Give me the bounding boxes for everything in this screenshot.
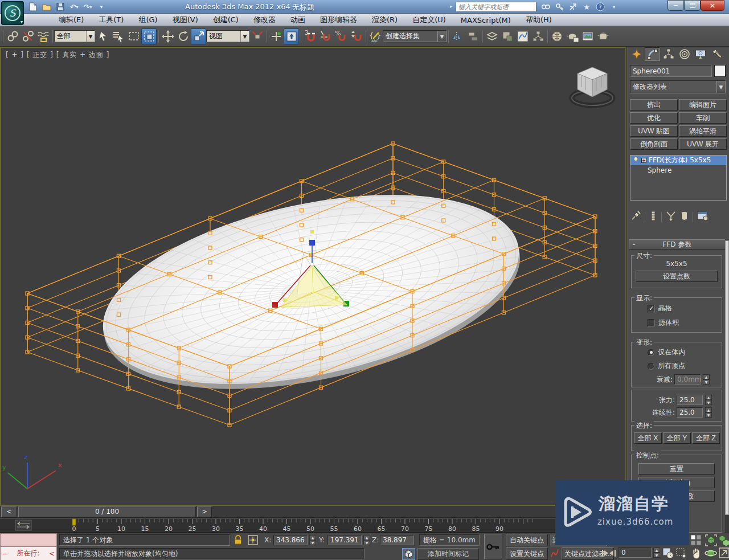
y-spinner[interactable]: ▲▼ xyxy=(363,535,370,545)
remove-modifier-icon[interactable] xyxy=(680,211,689,223)
chevron-down-icon[interactable]: ▼ xyxy=(437,31,446,42)
help-dropdown-icon[interactable]: ▾ xyxy=(607,2,621,12)
communication-center-icon[interactable] xyxy=(566,2,580,12)
view-cube[interactable] xyxy=(564,58,621,112)
snap-toggle-3d-icon[interactable]: 3 xyxy=(302,28,318,44)
modifier-list-combo[interactable]: 修改器列表▼ xyxy=(630,80,726,93)
tension-spinner[interactable]: ▲▼ xyxy=(705,395,712,405)
menu-rendering[interactable]: 渲染(R) xyxy=(364,14,405,26)
stack-item-ffd[interactable]: + FFD(长方体) 5x5x5 xyxy=(630,156,726,165)
scrollbar-thumb[interactable] xyxy=(725,240,729,515)
tab-modify[interactable] xyxy=(645,47,660,61)
angle-snap-icon[interactable] xyxy=(318,28,333,44)
percent-snap-icon[interactable]: % xyxy=(333,28,349,44)
tab-display[interactable] xyxy=(693,47,708,61)
menu-group[interactable]: 组(G) xyxy=(131,14,165,26)
visibility-bulb-icon[interactable] xyxy=(633,156,639,165)
expand-plus-icon[interactable]: + xyxy=(641,158,646,163)
menu-tools[interactable]: 工具(T) xyxy=(91,14,131,26)
new-file-icon[interactable] xyxy=(27,2,39,12)
mini-curve-editor-icon[interactable] xyxy=(15,520,32,533)
tab-motion[interactable] xyxy=(677,47,692,61)
render-setup-icon[interactable] xyxy=(564,28,580,44)
select-and-scale-icon[interactable] xyxy=(191,28,206,44)
menu-maxscript[interactable]: MAXScript(M) xyxy=(453,14,518,26)
tension-field[interactable]: 25.0 xyxy=(677,395,703,405)
current-frame-field[interactable]: 0 xyxy=(619,547,652,558)
isolate-cube-icon[interactable] xyxy=(402,548,415,560)
close-button[interactable]: × xyxy=(701,0,724,11)
object-name-field[interactable]: Sphere001 xyxy=(630,65,712,77)
show-end-result-icon[interactable] xyxy=(649,211,657,223)
layer-manager-icon[interactable] xyxy=(484,28,499,44)
set-key-button[interactable]: 设置关键点 xyxy=(506,547,548,560)
lattice-checkbox[interactable]: ✓ xyxy=(648,305,655,312)
maxscript-listener-top[interactable] xyxy=(0,533,57,547)
continuity-field[interactable]: 25.0 xyxy=(677,407,703,418)
time-slider-thumb[interactable]: 0 / 100 xyxy=(18,506,196,517)
use-pivot-point-center-icon[interactable] xyxy=(249,28,265,44)
bind-to-space-warp-icon[interactable] xyxy=(35,28,51,44)
add-time-tag[interactable]: 添加时间标记 xyxy=(417,548,479,560)
modifier-button-extrude[interactable]: 挤出 xyxy=(630,99,678,111)
menu-animation[interactable]: 动画 xyxy=(283,14,313,26)
x-spinner[interactable]: ▲▼ xyxy=(309,535,316,545)
reference-coordinate-combo[interactable]: 视图▼ xyxy=(206,30,249,42)
z-coordinate-field[interactable]: 38.897 xyxy=(380,535,414,545)
chevron-down-icon[interactable]: ▼ xyxy=(86,31,95,42)
favorites-star-icon[interactable]: ★ xyxy=(580,2,593,12)
modifier-button-lathe[interactable]: 车削 xyxy=(679,112,727,124)
graphite-ribbon-icon[interactable] xyxy=(499,28,515,44)
panel-scrollbar[interactable] xyxy=(725,239,729,533)
continuity-spinner[interactable]: ▲▼ xyxy=(705,407,712,418)
named-selection-sets-combo[interactable]: 创建选择集▼ xyxy=(383,30,447,42)
rendered-frame-window-icon[interactable] xyxy=(580,28,595,44)
open-file-icon[interactable] xyxy=(41,2,52,12)
time-configuration-icon[interactable] xyxy=(662,547,674,559)
set-key-big-button[interactable] xyxy=(484,534,502,559)
modifier-button-turbosmooth[interactable]: 涡轮平滑 xyxy=(679,125,727,137)
selection-filter-combo[interactable]: 全部▼ xyxy=(54,30,95,42)
rollout-ffd-parameters[interactable]: - FFD 参数 xyxy=(629,239,726,250)
tab-utilities[interactable] xyxy=(708,47,724,61)
y-coordinate-field[interactable]: 197.391 xyxy=(327,535,362,545)
make-unique-icon[interactable] xyxy=(666,211,676,223)
falloff-spinner[interactable]: ▲▼ xyxy=(703,374,710,385)
menu-views[interactable]: 视图(V) xyxy=(165,14,206,26)
pin-stack-icon[interactable] xyxy=(630,211,641,223)
modifier-stack[interactable]: + FFD(长方体) 5x5x5 Sphere xyxy=(630,155,727,201)
viewport-label[interactable]: [ + ] [ 正交 ] [ 真实 + 边面 ] xyxy=(6,50,109,60)
rectangular-selection-region-icon[interactable] xyxy=(126,28,141,44)
maximize-button[interactable] xyxy=(684,0,701,11)
transform-typein-icon[interactable] xyxy=(247,534,259,546)
mirror-icon[interactable] xyxy=(450,28,465,44)
frame-spinner[interactable]: ▲▼ xyxy=(653,547,660,558)
zoom-extents-all-icon[interactable] xyxy=(719,534,729,546)
minimize-button[interactable]: ─ xyxy=(667,0,684,11)
render-production-icon[interactable] xyxy=(595,28,611,44)
time-slider[interactable]: < 0 / 100 > xyxy=(0,506,626,518)
rollout-collapse-icon[interactable]: - xyxy=(633,240,635,248)
menu-graph-editors[interactable]: 图形编辑器 xyxy=(313,14,364,26)
select-and-rotate-icon[interactable] xyxy=(175,28,191,44)
select-object-icon[interactable] xyxy=(95,28,110,44)
tab-hierarchy[interactable] xyxy=(661,47,676,61)
menu-help[interactable]: 帮助(H) xyxy=(518,14,559,26)
search-input[interactable]: 键入关键字或短语 xyxy=(456,2,536,12)
tab-create[interactable] xyxy=(629,47,644,61)
zoom-all-icon[interactable] xyxy=(690,534,702,546)
window-crossing-toggle-icon[interactable] xyxy=(141,28,157,44)
timeline-ruler[interactable]: 051015202530354045505560657075808590 xyxy=(0,518,626,533)
search-icon[interactable] xyxy=(539,2,552,12)
keyboard-shortcut-override-icon[interactable] xyxy=(284,28,299,44)
curve-editor-icon[interactable] xyxy=(515,28,530,44)
all-y-button[interactable]: 全部 Y xyxy=(663,432,691,444)
align-icon[interactable] xyxy=(465,28,481,44)
help-icon[interactable]: ? xyxy=(593,2,607,12)
menu-edit[interactable]: 编辑(E) xyxy=(51,14,91,26)
modifier-button-uvw-map[interactable]: UVW 贴图 xyxy=(630,125,678,137)
undo-icon[interactable]: ↶▾ xyxy=(68,2,80,12)
edit-named-selection-sets-icon[interactable]: {}ABC xyxy=(367,28,383,44)
modifier-button-edit-patch[interactable]: 编辑面片 xyxy=(679,99,727,111)
chevron-down-icon[interactable]: ▼ xyxy=(716,81,725,93)
